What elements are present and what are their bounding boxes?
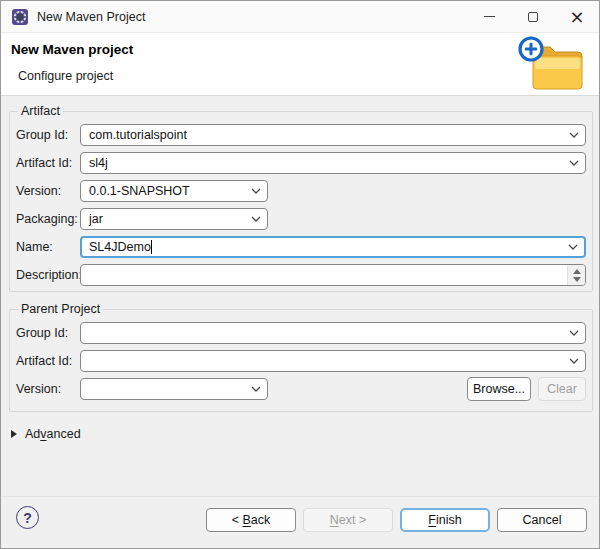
description-scrollbar[interactable] — [567, 265, 585, 285]
artifact-id-value: sl4j — [89, 156, 565, 170]
version-value: 0.0.1-SNAPSHOT — [89, 184, 247, 198]
parent-project-legend: Parent Project — [18, 302, 103, 316]
parent-group-id-row: Group Id: — [16, 322, 586, 344]
chevron-down-icon — [251, 216, 261, 222]
group-id-label: Group Id: — [16, 128, 80, 142]
chevron-down-icon — [568, 244, 578, 250]
scroll-down-icon[interactable] — [573, 277, 581, 282]
page-subtitle: Configure project — [18, 69, 113, 83]
close-button[interactable]: × — [555, 1, 599, 32]
parent-artifact-id-label: Artifact Id: — [16, 354, 80, 368]
back-button[interactable]: < Back — [206, 508, 296, 532]
group-id-combo[interactable]: com.tutorialspoint — [80, 124, 586, 146]
parent-group-id-combo[interactable] — [80, 322, 586, 344]
description-input[interactable] — [80, 264, 586, 286]
description-label: Description: — [16, 268, 80, 282]
advanced-toggle[interactable]: Advanced — [11, 424, 81, 444]
page-title: New Maven project — [11, 42, 133, 57]
cancel-button[interactable]: Cancel — [497, 508, 587, 532]
wizard-banner: New Maven project Configure project — [1, 33, 599, 96]
window-title: New Maven Project — [37, 10, 145, 24]
parent-project-group: Parent Project Group Id: Artifact Id: Ve… — [9, 302, 593, 412]
help-icon: ? — [23, 510, 32, 526]
chevron-down-icon — [251, 188, 261, 194]
eclipse-wizard-icon — [12, 9, 28, 25]
parent-version-actions: Browse... Clear — [467, 377, 586, 401]
maximize-button[interactable] — [511, 1, 555, 32]
group-id-row: Group Id: com.tutorialspoint — [16, 124, 586, 146]
parent-artifact-id-row: Artifact Id: — [16, 350, 586, 372]
packaging-row: Packaging: jar — [16, 208, 586, 230]
window-controls: × — [467, 1, 599, 32]
clear-button[interactable]: Clear — [538, 377, 586, 401]
minimize-icon — [484, 16, 495, 17]
title-bar[interactable]: New Maven Project × — [1, 1, 599, 33]
chevron-down-icon — [569, 160, 579, 166]
new-maven-project-dialog: New Maven Project × New Maven project Co… — [0, 0, 600, 549]
artifact-legend: Artifact — [18, 104, 63, 118]
help-button[interactable]: ? — [16, 506, 39, 529]
packaging-combo[interactable]: jar — [80, 208, 268, 230]
group-id-value: com.tutorialspoint — [89, 128, 565, 142]
next-button[interactable]: Next > — [303, 508, 393, 532]
text-caret — [151, 240, 152, 254]
chevron-down-icon — [569, 330, 579, 336]
close-icon: × — [569, 8, 584, 26]
packaging-label: Packaging: — [16, 212, 80, 226]
name-combo[interactable]: SL4JDemo — [80, 236, 586, 258]
artifact-id-label: Artifact Id: — [16, 156, 80, 170]
artifact-group: Artifact Group Id: com.tutorialspoint Ar… — [9, 104, 593, 292]
chevron-down-icon — [251, 386, 261, 392]
new-folder-icon — [516, 34, 586, 95]
version-combo[interactable]: 0.0.1-SNAPSHOT — [80, 180, 268, 202]
advanced-label: Advanced — [25, 427, 81, 441]
parent-group-id-label: Group Id: — [16, 326, 80, 340]
button-bar: ? < Back Next > Finish Cancel — [1, 496, 599, 548]
maximize-icon — [528, 12, 538, 22]
parent-version-row: Version: Browse... Clear — [16, 378, 586, 400]
chevron-down-icon — [569, 358, 579, 364]
name-value: SL4JDemo — [89, 240, 151, 254]
parent-version-combo[interactable] — [80, 378, 268, 400]
finish-button[interactable]: Finish — [400, 508, 490, 532]
version-row: Version: 0.0.1-SNAPSHOT — [16, 180, 586, 202]
name-label: Name: — [16, 240, 80, 254]
collapsed-arrow-icon — [11, 430, 17, 438]
minimize-button[interactable] — [467, 1, 511, 32]
version-label: Version: — [16, 184, 80, 198]
artifact-id-combo[interactable]: sl4j — [80, 152, 586, 174]
description-row: Description: — [16, 264, 586, 286]
scroll-up-icon[interactable] — [573, 269, 581, 274]
wizard-buttons: < Back Next > Finish Cancel — [206, 508, 587, 532]
browse-button[interactable]: Browse... — [467, 377, 531, 401]
artifact-id-row: Artifact Id: sl4j — [16, 152, 586, 174]
chevron-down-icon — [569, 132, 579, 138]
parent-version-label: Version: — [16, 382, 80, 396]
parent-artifact-id-combo[interactable] — [80, 350, 586, 372]
name-row: Name: SL4JDemo — [16, 236, 586, 258]
packaging-value: jar — [89, 212, 247, 226]
